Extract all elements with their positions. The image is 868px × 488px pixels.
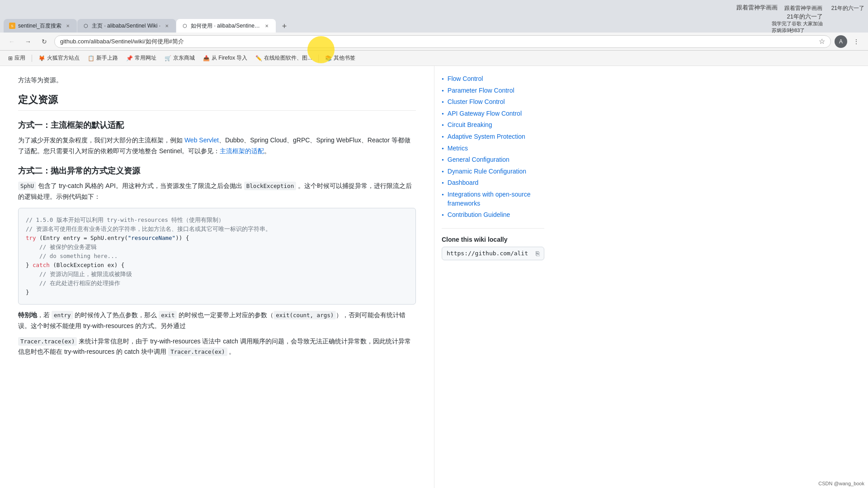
ext-separator2 [318, 55, 319, 62]
ext-apps[interactable]: ⊞ 应用 [5, 53, 28, 63]
sidebar-bullet-3: ● [442, 100, 444, 104]
main-content-area: 方法等为资源。 定义资源 方式一：主流框架的默认适配 为了减少开发的复杂程度，我… [0, 66, 434, 488]
link-web-servlet[interactable]: Web Servlet [184, 136, 219, 144]
clone-copy-button[interactable]: ⎘ [536, 250, 539, 257]
sidebar-link-api-gateway[interactable]: API Gateway Flow Control [448, 109, 522, 118]
heading-define-resource: 定义资源 [18, 93, 416, 111]
tab-bar: S sentinel_百度搜索 ✕ ⬡ 主页 · alibaba/Sentine… [0, 16, 868, 33]
sidebar-item-circuit-breaking[interactable]: ● Circuit Breaking [442, 119, 544, 131]
sidebar-link-integrations[interactable]: Integrations with open-source frameworks [448, 190, 544, 208]
sidebar-bullet-6: ● [442, 135, 444, 139]
sidebar-bullet-9: ● [442, 169, 444, 174]
sidebar-link-contribution[interactable]: Contribution Guideline [448, 211, 510, 220]
sidebar-item-flow-control[interactable]: ● Flow Control [442, 73, 544, 85]
code-tracer2: Tracer.trace(ex) [168, 347, 227, 356]
ext-firefox-import[interactable]: 📥 从 Firefox 导入 [200, 53, 250, 63]
tab-favicon-github2: ⬡ [182, 23, 188, 29]
tab-add-button[interactable]: + [278, 20, 291, 33]
sidebar-link-param-flow[interactable]: Parameter Flow Control [448, 86, 514, 95]
ext-firefox-official[interactable]: 🦊 火狐官方站点 [36, 53, 82, 63]
ext-drawing-label: 在线绘图软件、图... [264, 54, 312, 62]
code-sphu: SphU [18, 182, 36, 190]
ext-common-sites[interactable]: 📌 常用网址 [123, 53, 159, 63]
address-url: github.com/alibaba/Sentinel/wiki/如何使用#简介 [60, 38, 819, 46]
tab-close-howto[interactable]: ✕ [263, 22, 270, 29]
clone-url-text: https://github.com/alit [447, 250, 534, 257]
sidebar-item-dashboard[interactable]: ● Dashboard [442, 177, 544, 189]
reload-button[interactable]: ↻ [38, 35, 51, 48]
sidebar-bullet-7: ● [442, 146, 444, 150]
code-block-example: // 1.5.0 版本开始可以利用 try-with-resources 特性（… [18, 208, 416, 305]
code-line-8: // 在此处进行相应的处理操作 [26, 279, 408, 288]
sidebar-bullet-11: ● [442, 192, 444, 197]
sidebar-item-metrics[interactable]: ● Metrics [442, 143, 544, 155]
ext-jd[interactable]: 🛒 京东商城 [162, 53, 198, 63]
sidebar-link-cluster-flow[interactable]: Cluster Flow Control [448, 98, 505, 107]
watermark-sub1: 我学完了谷歌 大家加油 苏炳添9秒83了 [772, 20, 823, 34]
sidebar-link-dynamic-rule[interactable]: Dynamic Rule Configuration [448, 167, 526, 176]
back-button[interactable]: ← [5, 35, 18, 48]
ext-separator1 [32, 55, 32, 62]
sidebar-item-adaptive[interactable]: ● Adaptive System Protection [442, 131, 544, 143]
ext-firefox-icon: 🦊 [38, 55, 45, 61]
menu-button[interactable]: ⋮ [850, 35, 863, 48]
sidebar-link-adaptive[interactable]: Adaptive System Protection [448, 132, 525, 141]
nav-right-controls: A ⋮ [835, 35, 863, 48]
extensions-bar: ⊞ 应用 🦊 火狐官方站点 📋 新手上路 📌 常用网址 🛒 京东商城 📥 从 F… [0, 51, 868, 66]
code-tracer: Tracer.trace(ex) [18, 337, 77, 346]
account-button[interactable]: A [835, 35, 847, 48]
nav-bar: ← → ↻ github.com/alibaba/Sentinel/wiki/如… [0, 33, 868, 51]
sidebar-item-general-config[interactable]: ● General Configuration [442, 154, 544, 166]
sidebar-link-flow-control[interactable]: Flow Control [448, 75, 483, 84]
tab-title-sentinel: sentinel_百度搜索 [18, 22, 61, 30]
sidebar-bullet-5: ● [442, 123, 444, 127]
forward-button[interactable]: → [22, 35, 34, 48]
para-special: 特别地，若 entry 的时候传入了热点参数，那么 exit 的时候也一定要带上… [18, 310, 416, 332]
tab-sentinel[interactable]: S sentinel_百度搜索 ✕ [4, 19, 77, 33]
sidebar-item-contribution[interactable]: ● Contribution Guideline [442, 209, 544, 221]
sidebar-item-integrations[interactable]: ● Integrations with open-source framewor… [442, 189, 544, 209]
ext-other-label: 其他书签 [334, 54, 355, 62]
tab-favicon-sentinel: S [9, 23, 15, 29]
sidebar-item-cluster-flow[interactable]: ● Cluster Flow Control [442, 96, 544, 108]
special-bold: 特别地 [18, 311, 37, 319]
tab-wiki-main[interactable]: ⬡ 主页 · alibaba/Sentinel Wiki · ✕ [77, 19, 176, 33]
tab-title-wiki-main: 主页 · alibaba/Sentinel Wiki · [92, 22, 160, 30]
ext-jd-label: 京东商城 [173, 54, 195, 62]
ext-beginner[interactable]: 📋 新手上路 [85, 53, 121, 63]
sidebar: ● Flow Control ● Parameter Flow Control … [434, 66, 552, 488]
watermark-right: 21年的六一了 [787, 13, 823, 21]
sidebar-item-api-gateway[interactable]: ● API Gateway Flow Control [442, 108, 544, 120]
sidebar-item-param-flow[interactable]: ● Parameter Flow Control [442, 85, 544, 97]
code-line-1: // 1.5.0 版本开始可以利用 try-with-resources 特性（… [26, 216, 408, 225]
sidebar-bullet-12: ● [442, 213, 444, 217]
ext-drawing[interactable]: ✏️ 在线绘图软件、图... [253, 53, 315, 63]
ext-other-icon: 📚 [325, 55, 332, 61]
ext-other-bookmarks[interactable]: 📚 其他书签 [322, 53, 358, 63]
para-exception: SphU 包含了 try-catch 风格的 API。用这种方式，当资源发生了限… [18, 181, 416, 202]
title-bar-right: 跟着雷神学画画 21年的六一了 [784, 5, 864, 12]
code-line-9: } [26, 288, 408, 297]
subheading-mainstream: 方式一：主流框架的默认适配 [18, 120, 416, 131]
sidebar-link-metrics[interactable]: Metrics [448, 144, 468, 153]
tab-wiki-howto[interactable]: ⬡ 如何使用 · alibaba/Sentinel Wi... ✕ [176, 19, 276, 33]
link-mainstream-adapt[interactable]: 主流框架的适配 [220, 147, 264, 155]
sidebar-link-dashboard[interactable]: Dashboard [448, 178, 479, 188]
sidebar-bullet-10: ● [442, 181, 444, 185]
ext-apps-icon: ⊞ [8, 55, 13, 61]
subheading-exception: 方式二：抛出异常的方式定义资源 [18, 165, 416, 176]
page-content: 方法等为资源。 定义资源 方式一：主流框架的默认适配 为了减少开发的复杂程度，我… [0, 66, 868, 488]
tab-close-wiki[interactable]: ✕ [163, 22, 170, 29]
ext-common-label: 常用网址 [135, 54, 156, 62]
sidebar-link-general-config[interactable]: General Configuration [448, 155, 509, 164]
tab-close-sentinel[interactable]: ✕ [64, 22, 71, 29]
sidebar-bullet-2: ● [442, 89, 444, 93]
code-entry: entry [52, 311, 73, 319]
tab-favicon-github1: ⬡ [83, 23, 89, 29]
bookmark-star[interactable]: ☆ [819, 37, 825, 46]
ext-import-label: 从 Firefox 导入 [212, 54, 247, 62]
tab-title-wiki-howto: 如何使用 · alibaba/Sentinel Wi... [191, 22, 260, 30]
address-bar[interactable]: github.com/alibaba/Sentinel/wiki/如何使用#简介… [54, 35, 831, 48]
sidebar-link-circuit-breaking[interactable]: Circuit Breaking [448, 121, 492, 130]
sidebar-item-dynamic-rule[interactable]: ● Dynamic Rule Configuration [442, 166, 544, 178]
